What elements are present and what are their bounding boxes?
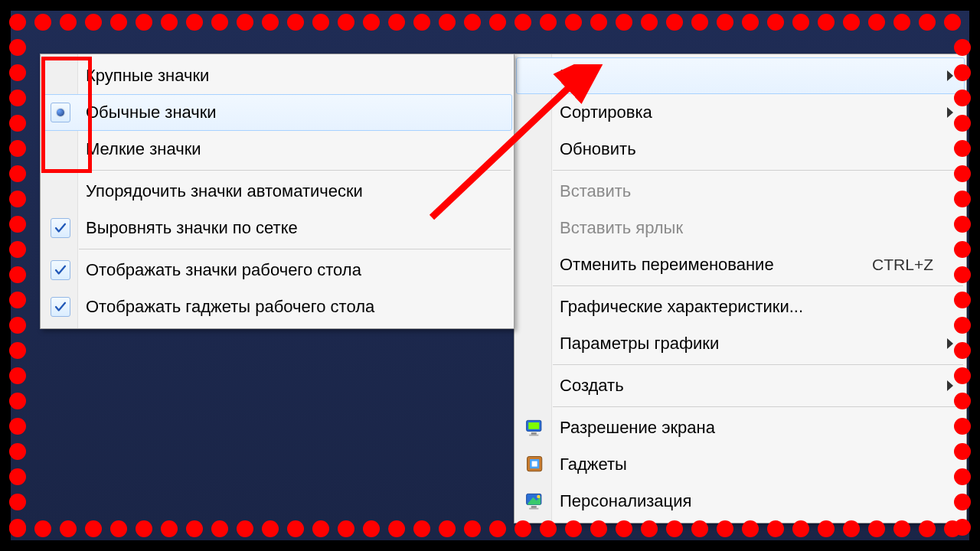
gadgets-icon xyxy=(524,454,546,475)
menu-item-label: Крупные значки xyxy=(86,66,511,86)
view_submenu-item-упорядочить-значки-автоматически[interactable]: Упорядочить значки автоматически xyxy=(42,173,512,210)
menu-item-label: Отображать гаджеты рабочего стола xyxy=(86,297,511,317)
menu-item-label: Упорядочить значки автоматически xyxy=(86,181,511,201)
menu-item-label: Отменить переименование xyxy=(560,255,872,275)
main_menu-item-вставить: Вставить xyxy=(516,173,965,210)
main_menu-item-параметры-графики[interactable]: Параметры графики xyxy=(516,325,965,362)
view_submenu-item-отображать-значки-рабочего-стола[interactable]: Отображать значки рабочего стола xyxy=(42,252,512,289)
view_submenu-item-отображать-гаджеты-рабочего-стола[interactable]: Отображать гаджеты рабочего стола xyxy=(42,289,512,325)
check-icon xyxy=(51,218,70,238)
menu-item-shortcut: CTRL+Z xyxy=(872,256,964,274)
menu-separator xyxy=(79,170,511,171)
context-menu-main: ВидСортировкаОбновитьВставитьВставить яр… xyxy=(514,54,967,523)
chevron-right-icon xyxy=(947,380,953,391)
view_submenu-item-крупные-значки[interactable]: Крупные значки xyxy=(42,57,512,94)
menu-item-label: Отображать значки рабочего стола xyxy=(86,260,511,280)
menu-separator xyxy=(553,285,963,286)
desktop-background: ВидСортировкаОбновитьВставитьВставить яр… xyxy=(11,11,969,540)
main_menu-item-создать[interactable]: Создать xyxy=(516,367,965,404)
menu-item-label: Персонализация xyxy=(560,491,964,511)
svg-point-8 xyxy=(537,495,540,498)
personalization-icon xyxy=(524,491,546,512)
svg-rect-6 xyxy=(532,461,537,467)
svg-rect-10 xyxy=(529,508,538,510)
main_menu-item-вид[interactable]: Вид xyxy=(516,57,965,94)
menu-item-label: Сортировка xyxy=(560,103,964,122)
menu-item-label: Выровнять значки по сетке xyxy=(86,218,511,238)
main_menu-item-отменить-переименование[interactable]: Отменить переименованиеCTRL+Z xyxy=(516,246,965,283)
svg-rect-1 xyxy=(528,422,539,429)
check-icon xyxy=(51,260,70,280)
menu-item-label: Вставить ярлык xyxy=(560,218,964,238)
radio-selected-icon xyxy=(51,103,70,122)
menu-item-label: Обычные значки xyxy=(86,103,511,122)
check-icon xyxy=(51,297,70,317)
menu-item-label: Гаджеты xyxy=(560,455,964,474)
menu-separator xyxy=(553,170,963,171)
main_menu-item-графические-характеристики[interactable]: Графические характеристики... xyxy=(516,289,965,325)
svg-rect-3 xyxy=(529,435,538,436)
menu-item-label: Разрешение экрана xyxy=(560,418,964,438)
main_menu-item-разрешение-экрана[interactable]: Разрешение экрана xyxy=(516,409,965,446)
main_menu-item-обновить[interactable]: Обновить xyxy=(516,131,965,168)
main_menu-item-сортировка[interactable]: Сортировка xyxy=(516,94,965,131)
main_menu-item-гаджеты[interactable]: Гаджеты xyxy=(516,446,965,483)
menu-item-label: Мелкие значки xyxy=(86,139,511,159)
menu-item-label: Графические характеристики... xyxy=(560,297,964,317)
view_submenu-item-мелкие-значки[interactable]: Мелкие значки xyxy=(42,131,512,168)
menu-separator xyxy=(79,249,511,249)
view_submenu-item-обычные-значки[interactable]: Обычные значки xyxy=(42,94,512,131)
context-menu-view-submenu: Крупные значкиОбычные значкиМелкие значк… xyxy=(40,54,514,329)
menu-item-label: Обновить xyxy=(560,139,964,159)
menu-item-label: Создать xyxy=(560,376,964,396)
menu-separator xyxy=(553,406,963,407)
menu-item-label: Вставить xyxy=(560,181,964,201)
view_submenu-item-выровнять-значки-по-сетке[interactable]: Выровнять значки по сетке xyxy=(42,210,512,246)
menu-item-label: Параметры графики xyxy=(560,334,964,354)
menu-separator xyxy=(553,364,963,365)
chevron-right-icon xyxy=(947,107,953,118)
chevron-right-icon xyxy=(947,338,953,349)
svg-rect-9 xyxy=(531,506,537,508)
menu-item-label: Вид xyxy=(560,66,964,86)
chevron-right-icon xyxy=(947,70,953,81)
main_menu-item-персонализация[interactable]: Персонализация xyxy=(516,483,965,520)
screen-resolution-icon xyxy=(524,417,546,439)
svg-rect-2 xyxy=(531,432,537,435)
main_menu-item-вставить-ярлык: Вставить ярлык xyxy=(516,210,965,246)
